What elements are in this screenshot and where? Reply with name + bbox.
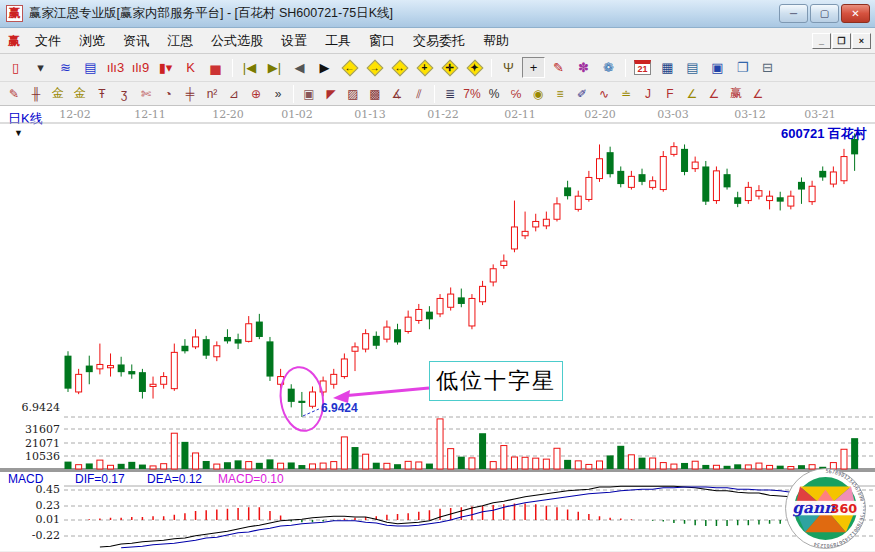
doc-minimize-button[interactable]: _ [812,33,831,49]
menu-item-8[interactable]: 交易委托 [404,29,474,53]
volume-axis-label-1: 21071 [2,437,60,450]
gold-ratio-comb-1[interactable]: 金 [48,84,68,103]
toolbar-separator [232,59,233,77]
last-page-button[interactable]: ▶| [263,57,286,78]
price-axis-label: 6.9424 [2,401,60,414]
angle-a-tool[interactable]: ⊿ [224,84,244,103]
menu-item-4[interactable]: 公式选股 [202,29,272,53]
angle-ying-tool[interactable]: 赢 [726,84,746,103]
macd-indicator-label[interactable]: MACD [8,472,43,486]
toolbar-separator [625,59,626,77]
gold-underline-tool[interactable]: ≐ [616,84,636,103]
menu-item-7[interactable]: 窗口 [360,29,404,53]
trend-lines-icon[interactable]: ≋ [54,57,77,78]
angle-su-tool[interactable]: ∠ [704,84,724,103]
calendar-glyph: 21 [634,60,651,75]
kline-style-button[interactable]: ▯ [4,57,27,78]
toolbar-separator [491,59,492,77]
gann-box-tool[interactable]: ▣ [299,84,319,103]
crosshair-tool-button[interactable]: + [522,57,545,78]
angle-lines-tool[interactable]: ∡ [387,84,407,103]
spiral-tool-button[interactable]: ❁ [597,57,620,78]
close-button[interactable]: ✕ [841,4,870,23]
angle-si-tool[interactable]: ∠ [748,84,768,103]
wave-tool[interactable]: ∿ [594,84,614,103]
pen-mark-tool[interactable]: ✐ [572,84,592,103]
angle-f-tool[interactable]: F [660,84,680,103]
compass-target-tool[interactable]: ⊕ [246,84,266,103]
grid-fill-tool-2[interactable]: ▩ [365,84,385,103]
kline-style-caret[interactable]: ▾ [29,57,52,78]
gann-comb-tool[interactable]: ╫ [26,84,46,103]
menu-item-6[interactable]: 工具 [316,29,360,53]
info-panel-icon[interactable]: ▤ [79,57,102,78]
diamond-arrow-glyph: ✛ [445,62,453,73]
toolbar-main: ▯▾≋▤ılı3ılı9▮▾K▅|◀▶|◀▶←→↔+✛✦Ψ+✎✽❁21▦▤▣❐⊟ [0,54,875,82]
percent-7-tool[interactable]: 7% [462,84,482,103]
annotation-box[interactable]: 低位十字星 [429,361,563,401]
gold-ratio-comb-2[interactable]: 金 [70,84,90,103]
maximize-button[interactable]: ▢ [810,4,839,23]
n-square-tool[interactable]: n² [202,84,222,103]
calendar-button[interactable]: 21 [631,57,654,78]
calculator-button[interactable]: ▦ [656,57,679,78]
price-comb-tool[interactable]: ╪ [180,84,200,103]
toolbar-separator [293,85,294,103]
doc-restore-button[interactable]: ❐ [832,33,851,49]
menu-item-0[interactable]: 文件 [26,29,70,53]
next-page-button[interactable]: ▶ [313,57,336,78]
menu-item-3[interactable]: 江恩 [158,29,202,53]
prev-page-button[interactable]: ◀ [288,57,311,78]
diamond-arrow-glyph: + [422,62,428,73]
menu-item-1[interactable]: 浏览 [70,29,114,53]
more-tools-button[interactable]: » [268,84,288,103]
fan-lines-tool[interactable]: ◤ [321,84,341,103]
bars-3-icon[interactable]: ılı3 [104,57,127,78]
notes-button[interactable]: ▤ [681,57,704,78]
red-knife-tool[interactable]: ✄ [136,84,156,103]
menu-item-9[interactable]: 帮助 [474,29,518,53]
angle-j-tool[interactable]: J [638,84,658,103]
windows-cascade-button[interactable]: ❐ [731,57,754,78]
candle-pattern-button[interactable]: ▮▾ [154,57,177,78]
gold-circle-tool[interactable]: ◉ [528,84,548,103]
step-chart-tool[interactable]: ≣ [440,84,460,103]
toolbar-separator [434,85,435,103]
gold-line-tool[interactable]: ≡ [550,84,570,103]
gann-knife-tool[interactable]: ✎ [4,84,24,103]
zoom-expand-diamond[interactable]: ✛ [438,57,461,78]
minimize-button[interactable]: ─ [779,4,808,23]
menu-item-5[interactable]: 设置 [272,29,316,53]
hatch-lines-tool[interactable]: ⫽ [409,84,429,103]
save-button[interactable]: ▣ [706,57,729,78]
color-histogram-icon[interactable]: ▅ [204,57,227,78]
shift-right-diamond[interactable]: → [363,57,386,78]
volume-axis-label-2: 10536 [2,450,60,463]
diamond-arrow-glyph: → [370,62,380,73]
zoom-cross-diamond[interactable]: + [413,57,436,78]
shift-left-diamond[interactable]: ← [338,57,361,78]
menu-item-2[interactable]: 资讯 [114,29,158,53]
marked-low-price-label: 6.9424 [321,401,358,415]
time-cycle-tool[interactable]: ◔ [158,84,178,103]
logo-360-text: 360 [831,501,858,516]
zoom-horizontal-diamond[interactable]: ↔ [388,57,411,78]
flower-tool-button[interactable]: ✽ [572,57,595,78]
percent-line-tool[interactable]: ℅ [506,84,526,103]
kline-red-icon[interactable]: K [179,57,202,78]
fibonacci-comb-tool[interactable]: Ŧ [92,84,112,103]
marker-pen-button[interactable]: ✎ [547,57,570,78]
macd-dea-value: DEA=0.12 [147,472,202,486]
angle-gold-tool[interactable]: ∠ [682,84,702,103]
first-page-button[interactable]: |◀ [238,57,261,78]
doc-close-button[interactable]: × [852,33,871,49]
bars-9-icon[interactable]: ılı9 [129,57,152,78]
macd-axis-label-1: 0.23 [2,499,60,512]
zoom-full-diamond[interactable]: ✦ [463,57,486,78]
percent-tool[interactable]: % [484,84,504,103]
printer-button[interactable]: ⊟ [756,57,779,78]
hand-tool-button[interactable]: Ψ [497,57,520,78]
spiral-9-tool[interactable]: ʒ [114,84,134,103]
grid-fill-tool-1[interactable]: ▨ [343,84,363,103]
macd-macd-value: MACD=0.10 [218,472,284,486]
